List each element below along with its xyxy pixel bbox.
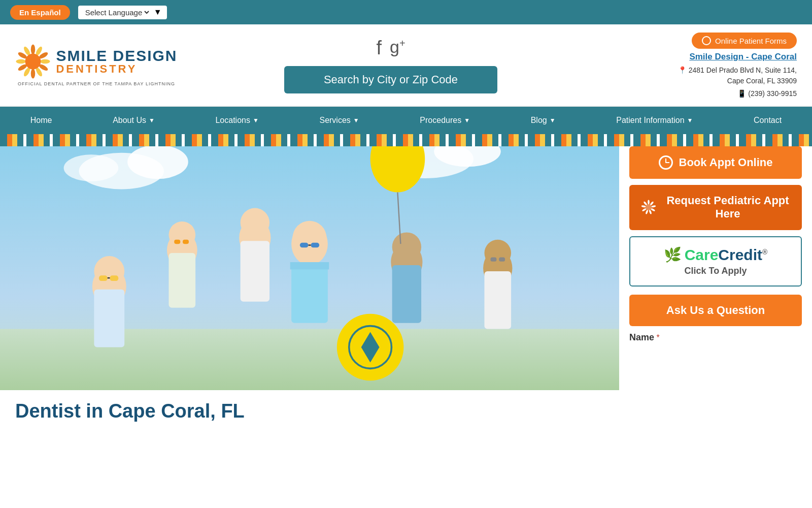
logo-smile-design-text: SMILE DESIGN [56,48,177,64]
svg-point-23 [293,221,327,255]
nav-contact-label: Contact [754,116,782,125]
sunburst-sidebar-icon [639,198,658,216]
nav-item-services[interactable]: Services ▼ [310,111,368,130]
svg-point-0 [31,44,35,54]
ask-question-button[interactable]: Ask Us a Question [629,295,802,326]
svg-rect-37 [241,241,269,302]
nav-locations-label: Locations [215,116,250,125]
pediatric-appt-button[interactable]: Request Pediatric Appt Here [629,185,802,230]
nav-blog-chevron: ▼ [550,117,556,124]
svg-rect-14 [0,329,619,390]
clock-icon [659,155,673,170]
nav-locations-chevron: ▼ [253,117,259,124]
nav-procedures-label: Procedures [420,116,461,125]
name-field-area: Name * [629,332,802,348]
svg-point-17 [64,154,119,181]
online-forms-button[interactable]: Online Patient Forms [692,33,797,49]
address-line1: 2481 Del Prado Blvd N, Suite 114, [689,66,797,74]
logo-dentistry-text: DENTISTRY [56,64,177,75]
logo-partner-text: OFFICIAL DENTAL PARTNER OF THE TAMPA BAY… [18,81,175,86]
svg-point-54 [648,200,650,205]
logo-main: SMILE DESIGN DENTISTRY [15,44,177,79]
svg-rect-52 [110,275,118,281]
nav-services-chevron: ▼ [353,117,359,124]
espanol-button[interactable]: En Español [10,5,70,20]
clinic-phone: 📱 (239) 330-9915 [737,89,797,98]
pediatric-appt-label: Request Pediatric Appt Here [664,194,792,221]
google-plus-link[interactable]: g+ [390,37,405,59]
left-column: Dentist in Cape Coral, FL [0,146,619,427]
care-credit-leaf-icon: 🌿 [664,246,682,263]
svg-point-9 [16,59,26,64]
right-sidebar: Book Appt Online Request Pediatric Appt … [619,146,812,427]
svg-point-42 [484,240,511,267]
online-forms-label: Online Patient Forms [715,37,787,45]
svg-point-56 [651,205,656,208]
social-icons: f g+ [376,37,405,59]
hero-image [0,146,619,390]
hero-illustration [0,146,619,390]
phone-number: (239) 330-9915 [748,89,797,98]
center-area: f g+ Search by City or Zip Code [284,37,497,93]
book-appt-label: Book Appt Online [679,156,773,169]
book-appt-button[interactable]: Book Appt Online [629,146,802,179]
main-content: Dentist in Cape Coral, FL Book Appt Onli… [0,146,812,427]
svg-rect-40 [392,265,421,323]
svg-point-49 [94,256,124,287]
ask-question-label: Ask Us a Question [666,304,765,317]
svg-rect-25 [311,243,319,248]
language-selector-wrap[interactable]: Select Language ▼ [78,6,167,19]
language-select[interactable]: Select Language [83,8,151,17]
svg-point-6 [31,69,35,79]
nav-item-blog[interactable]: Blog ▼ [522,111,565,130]
header: SMILE DESIGN DENTISTRY OFFICIAL DENTAL P… [0,24,812,107]
svg-point-12 [25,54,41,70]
facebook-link[interactable]: f [376,37,382,59]
stripe-bar [0,134,812,146]
nav-item-contact[interactable]: Contact [745,111,791,130]
right-area: Online Patient Forms Smile Design - Cape… [604,33,797,98]
nav-about-label: About Us [113,116,146,125]
name-label: Name [629,332,654,342]
svg-point-36 [241,208,269,237]
clinic-address: 📍 2481 Del Prado Blvd N, Suite 114, Cape… [678,65,797,86]
svg-rect-34 [183,240,189,244]
svg-rect-43 [484,271,511,329]
nav-item-locations[interactable]: Locations ▼ [206,111,267,130]
svg-rect-33 [174,240,180,244]
svg-rect-50 [94,290,124,347]
chevron-down-icon: ▼ [154,8,162,17]
svg-rect-22 [290,262,329,269]
logo-area: SMILE DESIGN DENTISTRY OFFICIAL DENTAL P… [15,44,178,86]
address-line2: Cape Coral, FL 33909 [727,77,797,85]
svg-point-61 [641,205,646,208]
care-credit-button[interactable]: 🌿 CareCredit® Click To Apply [629,236,802,287]
top-bar: En Español Select Language ▼ [0,0,812,24]
svg-point-63 [646,204,652,211]
nav-item-home[interactable]: Home [21,111,61,130]
svg-point-39 [392,232,421,261]
care-credit-sub: Click To Apply [684,266,747,276]
svg-point-3 [40,59,50,64]
google-plus-text: g [390,37,399,56]
svg-point-31 [169,221,196,248]
nav-about-chevron: ▼ [149,117,155,124]
svg-rect-45 [499,257,505,261]
nav-item-patient-info[interactable]: Patient Information ▼ [607,111,702,130]
svg-rect-51 [99,275,108,281]
clinic-name-link[interactable]: Smile Design - Cape Coral [689,52,797,62]
nav-item-about[interactable]: About Us ▼ [104,111,164,130]
phone-icon: 📱 [737,89,746,98]
nav-patient-info-label: Patient Information [616,116,684,125]
nav-procedures-chevron: ▼ [464,117,470,124]
nav-services-label: Services [319,116,350,125]
care-label: CareCredit® [685,246,768,264]
search-button[interactable]: Search by City or Zip Code [284,66,497,93]
nav-item-procedures[interactable]: Procedures ▼ [411,111,479,130]
logo-text: SMILE DESIGN DENTISTRY [56,48,177,75]
svg-rect-21 [291,262,328,323]
svg-rect-24 [300,243,309,248]
svg-rect-44 [490,257,496,261]
nav-patient-info-chevron: ▼ [687,117,693,124]
main-nav: Home About Us ▼ Locations ▼ Services ▼ P… [0,107,812,134]
